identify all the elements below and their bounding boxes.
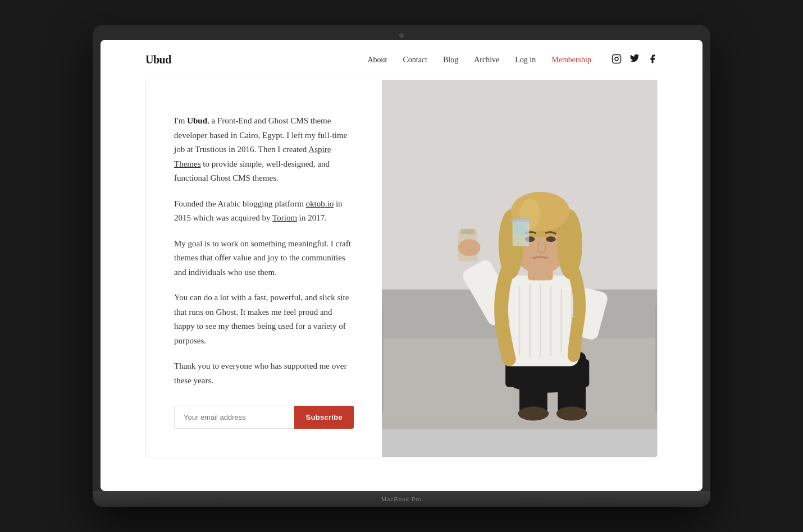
subscribe-button[interactable]: Subscribe [294, 406, 354, 429]
bio-paragraph-4: You can do a lot with a fast, powerful, … [174, 291, 354, 348]
aspire-themes-link[interactable]: Aspire Themes [174, 145, 331, 168]
svg-rect-9 [382, 304, 384, 415]
bio-section: I'm Ubud, a Front-End and Ghost CMS them… [146, 80, 382, 457]
svg-point-29 [458, 239, 481, 256]
laptop-camera [399, 33, 404, 38]
svg-rect-0 [613, 54, 621, 63]
svg-point-15 [518, 407, 549, 421]
subscribe-form: Subscribe [174, 406, 354, 429]
site-logo[interactable]: Ubud [145, 53, 171, 66]
svg-rect-40 [514, 221, 528, 235]
nav-archive[interactable]: Archive [474, 56, 499, 65]
content-wrapper: I'm Ubud, a Front-End and Ghost CMS them… [145, 80, 658, 457]
site-header: Ubud About Contact Blog Archive Log in M… [101, 40, 702, 80]
laptop-label-text: MacBook Pro [381, 496, 422, 502]
person-illustration [382, 80, 657, 457]
svg-rect-41 [511, 218, 531, 222]
svg-point-16 [556, 407, 587, 421]
nav-blog[interactable]: Blog [443, 56, 458, 65]
instagram-icon[interactable] [612, 54, 622, 66]
bio-paragraph-2: Founded the Arabic blogging platform okt… [174, 197, 354, 226]
laptop-frame: Ubud About Contact Blog Archive Log in M… [93, 25, 710, 507]
laptop-screen: Ubud About Contact Blog Archive Log in M… [101, 40, 702, 491]
nav-contact[interactable]: Contact [403, 56, 427, 65]
bio-name: Ubud [187, 116, 207, 125]
bio-paragraph-5: Thank you to everyone who has supported … [174, 359, 354, 388]
twitter-icon[interactable] [629, 54, 640, 66]
svg-rect-28 [461, 229, 475, 235]
svg-rect-7 [382, 338, 513, 422]
svg-point-38 [546, 236, 555, 242]
facebook-icon[interactable] [647, 54, 658, 66]
bio-paragraph-3: My goal is to work on something meaningf… [174, 237, 354, 280]
site-main: I'm Ubud, a Front-End and Ghost CMS them… [101, 80, 702, 491]
site-nav: About Contact Blog Archive Log in Member… [367, 54, 658, 66]
nav-about[interactable]: About [367, 56, 387, 65]
oktob-link[interactable]: oktob.io [306, 199, 334, 208]
svg-rect-10 [655, 304, 657, 415]
svg-point-1 [615, 57, 618, 61]
email-input[interactable] [174, 406, 294, 429]
social-icons [612, 54, 658, 66]
nav-login[interactable]: Log in [515, 56, 536, 65]
toriom-link[interactable]: Toriom [272, 213, 297, 222]
nav-membership[interactable]: Membership [551, 56, 591, 65]
photo-section [382, 80, 657, 457]
laptop-base: MacBook Pro [93, 491, 710, 507]
bio-paragraph-1: I'm Ubud, a Front-End and Ghost CMS them… [174, 114, 354, 186]
svg-point-2 [618, 56, 619, 57]
